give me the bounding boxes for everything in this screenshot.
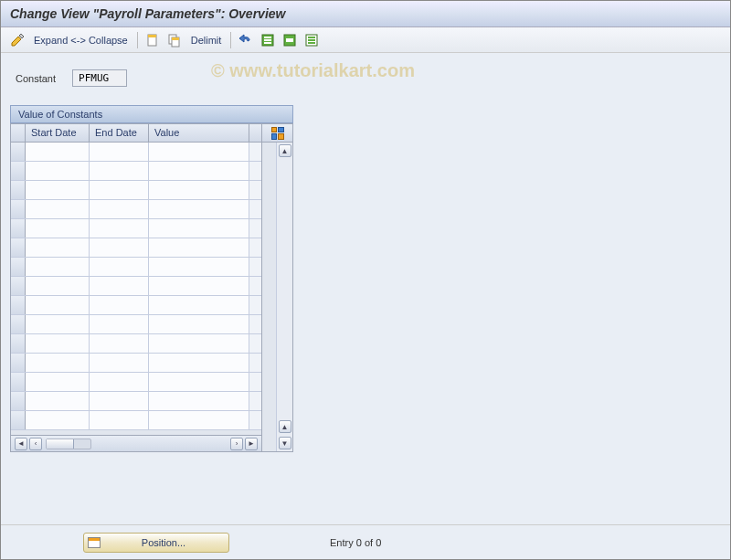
grid-body xyxy=(11,143,261,435)
grid-right-panel: ▲ ▲ ▼ xyxy=(261,124,292,451)
constants-panel: Value of Constants Start Date End Date V… xyxy=(10,105,293,452)
change-icon[interactable] xyxy=(8,31,26,49)
table-row[interactable] xyxy=(11,315,261,334)
position-button[interactable]: Position... xyxy=(83,533,229,553)
horizontal-scrollbar: ◄ ‹ › ► xyxy=(11,435,261,451)
select-block-icon[interactable] xyxy=(281,31,299,49)
scroll-first-icon[interactable]: ◄ xyxy=(15,438,27,450)
application-toolbar: Expand <-> Collapse Delimit xyxy=(1,27,730,53)
table-row[interactable] xyxy=(11,181,261,200)
svg-rect-10 xyxy=(286,38,293,42)
vertical-scrollbar: ▲ ▲ ▼ xyxy=(276,143,292,451)
position-icon xyxy=(88,537,101,548)
table-row[interactable] xyxy=(11,334,261,354)
scroll-down-icon[interactable]: ▼ xyxy=(279,437,291,449)
svg-rect-6 xyxy=(264,37,271,38)
grid-header: Start Date End Date Value xyxy=(11,124,261,143)
table-row[interactable] xyxy=(11,200,261,219)
copy-icon[interactable] xyxy=(165,31,184,49)
toolbar-separator xyxy=(137,32,138,48)
column-value[interactable]: Value xyxy=(149,124,249,142)
position-label: Position... xyxy=(106,537,221,548)
grid-main: Start Date End Date Value xyxy=(11,124,261,451)
delimit-button[interactable]: Delimit xyxy=(187,35,226,46)
panel-title: Value of Constants xyxy=(10,105,293,123)
svg-rect-8 xyxy=(264,42,271,44)
constants-grid: Start Date End Date Value xyxy=(10,123,293,452)
scroll-last-icon[interactable]: ► xyxy=(245,438,258,450)
scroll-track[interactable] xyxy=(46,438,91,449)
undo-icon[interactable] xyxy=(237,31,255,49)
select-all-icon[interactable] xyxy=(259,31,277,49)
deselect-all-icon[interactable] xyxy=(302,31,321,49)
svg-rect-1 xyxy=(148,35,156,37)
table-row[interactable] xyxy=(11,373,261,392)
svg-rect-14 xyxy=(308,42,315,44)
select-all-column[interactable] xyxy=(11,124,26,142)
constant-label: Constant xyxy=(16,73,56,84)
configure-icon xyxy=(271,127,284,140)
entry-status: Entry 0 of 0 xyxy=(330,537,381,548)
constant-input[interactable]: PFMUG xyxy=(72,69,127,87)
column-end-date[interactable]: End Date xyxy=(90,124,149,142)
table-row[interactable] xyxy=(11,143,261,162)
scroll-right-icon[interactable]: › xyxy=(230,438,243,450)
table-row[interactable] xyxy=(11,238,261,258)
new-entries-icon[interactable] xyxy=(143,31,162,49)
svg-rect-12 xyxy=(308,37,315,38)
configure-columns-button[interactable] xyxy=(262,124,292,143)
expand-collapse-button[interactable]: Expand <-> Collapse xyxy=(30,35,132,46)
content-area: Constant PFMUG Value of Constants Start … xyxy=(1,53,730,529)
constant-field-row: Constant PFMUG xyxy=(16,69,715,87)
scroll-up2-icon[interactable]: ▲ xyxy=(279,420,291,433)
table-row[interactable] xyxy=(11,354,261,373)
svg-rect-13 xyxy=(308,39,315,41)
table-row[interactable] xyxy=(11,411,261,430)
scroll-up-icon[interactable]: ▲ xyxy=(279,144,291,157)
toolbar-separator xyxy=(230,32,231,48)
column-start-date[interactable]: Start Date xyxy=(26,124,90,142)
table-row[interactable] xyxy=(11,258,261,277)
table-row[interactable] xyxy=(11,162,261,181)
footer-bar: Position... Entry 0 of 0 xyxy=(1,524,730,559)
table-row[interactable] xyxy=(11,392,261,411)
svg-rect-7 xyxy=(264,39,271,41)
table-row[interactable] xyxy=(11,277,261,296)
scroll-left-icon[interactable]: ‹ xyxy=(29,438,42,450)
table-row[interactable] xyxy=(11,296,261,315)
page-title: Change View "Payroll Parameters": Overvi… xyxy=(1,1,730,27)
svg-rect-4 xyxy=(172,37,179,40)
table-row[interactable] xyxy=(11,219,261,238)
